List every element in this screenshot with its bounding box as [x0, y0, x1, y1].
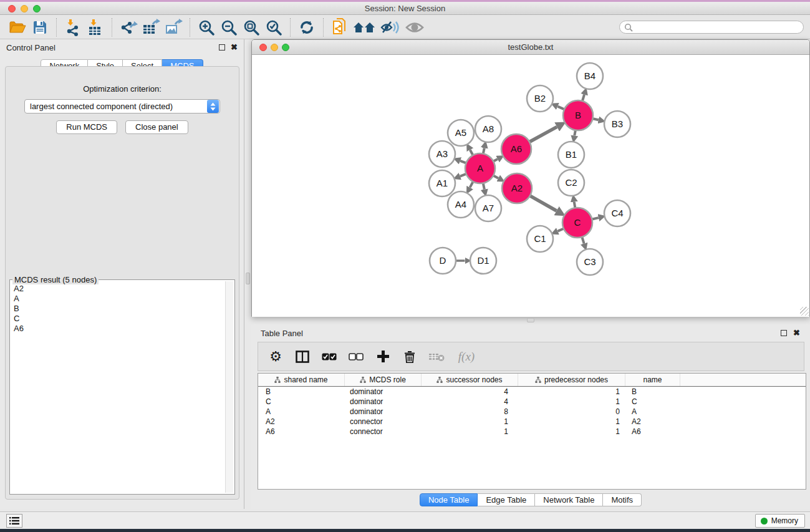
export-image-button[interactable] — [162, 17, 185, 37]
column-header-predecessor-nodes[interactable]: predecessor nodes — [518, 374, 625, 386]
search-field[interactable] — [619, 21, 804, 34]
optimization-criterion-label: Optimization criterion: — [6, 84, 239, 94]
column-header-successor-nodes[interactable]: successor nodes — [422, 374, 518, 386]
zoom-fit-button[interactable] — [240, 17, 263, 37]
new-network-from-selection-button[interactable] — [329, 17, 351, 37]
export-table-button[interactable] — [140, 17, 162, 37]
graph-node-B2[interactable]: B2 — [527, 85, 553, 112]
graph-node-A7[interactable]: A7 — [475, 195, 501, 221]
table-cell: C — [258, 397, 345, 407]
tab-motifs[interactable]: Motifs — [603, 493, 642, 506]
zoom-selected-button[interactable] — [263, 17, 285, 37]
table-row[interactable]: Cdominator41C — [258, 397, 806, 407]
new-network-from-selection-icon — [332, 18, 348, 37]
function-builder-button[interactable]: f(x) — [455, 349, 478, 365]
mcds-result-item[interactable]: B — [11, 304, 223, 314]
mcds-result-item[interactable]: A2 — [11, 284, 223, 294]
graph-node-A1[interactable]: A1 — [429, 170, 455, 196]
graph-node-B1[interactable]: B1 — [558, 142, 584, 168]
graph-node-C[interactable]: C — [562, 208, 592, 238]
window-resize-grip[interactable] — [800, 307, 809, 316]
eye-icon — [405, 21, 424, 34]
column-header-name[interactable]: name — [625, 374, 680, 386]
tab-edge-table[interactable]: Edge Table — [478, 493, 535, 506]
graph-edge-A2-C[interactable] — [529, 195, 556, 211]
import-table-button[interactable] — [84, 17, 107, 37]
tab-node-table[interactable]: Node Table — [420, 493, 478, 506]
show-all-networks-button[interactable] — [351, 17, 377, 37]
graph-node-A4[interactable]: A4 — [448, 191, 474, 218]
zoom-out-button[interactable] — [218, 17, 240, 37]
export-network-button[interactable] — [117, 17, 140, 37]
graph-node-C2[interactable]: C2 — [558, 170, 584, 196]
table-cell: 1 — [518, 397, 625, 407]
mcds-result-item[interactable]: C — [11, 314, 223, 324]
graph-node-A5[interactable]: A5 — [448, 120, 474, 146]
graph-node-A[interactable]: A — [465, 153, 495, 183]
network-canvas[interactable]: B4B2BB3A8A5A6A3B1AA1C2A2A4A7C4CC1DD1C3 — [252, 56, 809, 317]
column-header-shared-name[interactable]: shared name — [258, 374, 345, 386]
hide-selected-button[interactable] — [377, 17, 403, 37]
mcds-result-item[interactable]: A6 — [11, 324, 223, 334]
show-selected-button[interactable] — [403, 17, 426, 37]
optimization-criterion-select[interactable]: largest connected component (directed) — [24, 99, 220, 114]
graph-node-C1[interactable]: C1 — [527, 226, 553, 252]
graph-node-A3[interactable]: A3 — [429, 141, 455, 167]
graph-node-label: A2 — [511, 183, 523, 193]
show-columns-button[interactable] — [294, 349, 311, 365]
tab-network-table[interactable]: Network Table — [535, 493, 603, 506]
table-cell: dominator — [345, 387, 422, 397]
table-row[interactable]: Bdominator41B — [258, 387, 806, 397]
graph-node-D[interactable]: D — [430, 248, 456, 274]
table-row[interactable]: A6connector11A6 — [258, 427, 806, 437]
network-window-titlebar[interactable]: testGlobe.txt — [252, 40, 809, 55]
graph-edge-A6-B[interactable] — [528, 127, 557, 142]
close-panel-button[interactable]: Close panel — [125, 120, 188, 134]
toolbar-separator — [323, 18, 324, 37]
open-file-button[interactable] — [6, 17, 29, 37]
network-view-window: testGlobe.txt B4B2BB3A8A5A6A3B1AA1C2A2A4… — [251, 39, 810, 317]
mcds-result-scrollbar[interactable] — [225, 281, 233, 493]
vertical-splitter-grip[interactable] — [246, 273, 250, 284]
float-panel-icon[interactable] — [219, 44, 225, 51]
table-row[interactable]: A2connector11A2 — [258, 417, 806, 427]
delete-column-button[interactable] — [402, 349, 418, 365]
table-settings-button[interactable]: ⚙ — [268, 349, 284, 365]
refresh-button[interactable] — [296, 17, 318, 37]
table-panel: Table Panel ✖ ⚙ — [251, 324, 810, 509]
graph-node-C4[interactable]: C4 — [604, 200, 630, 226]
list-icon — [9, 516, 19, 525]
graph-node-A2[interactable]: A2 — [502, 173, 532, 203]
graph-node-A8[interactable]: A8 — [475, 116, 501, 142]
graph-node-B3[interactable]: B3 — [604, 111, 630, 137]
column-header-MCDS-role[interactable]: MCDS role — [345, 374, 422, 386]
mcds-result-item[interactable]: A — [11, 294, 223, 304]
float-table-panel-icon[interactable] — [781, 330, 787, 336]
save-session-button[interactable] — [29, 17, 51, 37]
graph-node-C3[interactable]: C3 — [577, 249, 603, 275]
graph-node-B4[interactable]: B4 — [577, 63, 603, 89]
mcds-result-list: A2ABCA6 — [11, 284, 223, 493]
table-cell: A2 — [625, 417, 680, 427]
zoom-in-button[interactable] — [195, 17, 218, 37]
horizontal-splitter-grip[interactable] — [527, 318, 534, 322]
memory-button[interactable]: Memory — [755, 514, 805, 528]
task-history-button[interactable] — [6, 514, 22, 528]
run-mcds-button[interactable]: Run MCDS — [56, 120, 117, 134]
control-panel-title: Control Panel — [6, 43, 55, 52]
delete-table-button[interactable] — [428, 349, 445, 365]
search-input[interactable] — [633, 22, 803, 32]
graph-node-B[interactable]: B — [563, 100, 593, 130]
close-panel-icon[interactable]: ✖ — [231, 42, 238, 52]
add-column-button[interactable] — [375, 349, 391, 365]
deselect-all-button[interactable] — [348, 349, 364, 365]
toolbar-separator — [112, 18, 112, 37]
attribute-tree-icon — [535, 377, 541, 383]
graph-node-D1[interactable]: D1 — [470, 248, 496, 274]
close-table-panel-icon[interactable]: ✖ — [793, 328, 800, 338]
import-network-button[interactable] — [62, 17, 84, 37]
search-icon — [624, 23, 633, 32]
select-all-button[interactable] — [321, 349, 337, 365]
table-row[interactable]: Adominator80A — [258, 407, 806, 417]
graph-node-A6[interactable]: A6 — [501, 134, 531, 164]
